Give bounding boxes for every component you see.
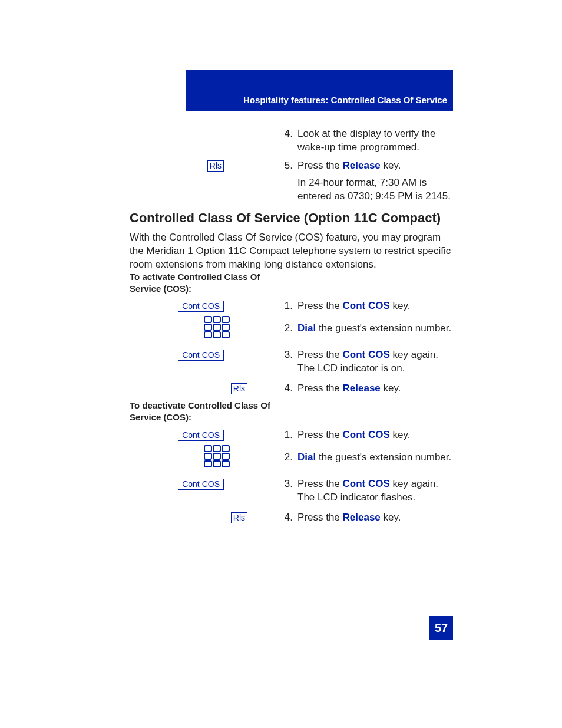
step-prefix: Press the <box>297 160 343 171</box>
activate-step-3: 3. Press the Cont COS key again. The LCD… <box>280 348 453 378</box>
step-text: Press the Cont COS key. <box>297 429 453 442</box>
step-suffix: key. <box>381 383 401 394</box>
step-text: Press the Cont COS key. <box>297 299 453 313</box>
key-name: Release <box>343 160 381 171</box>
step-number: 2. <box>280 451 297 465</box>
cont-cos-key-3: Cont COS <box>118 429 224 442</box>
step-text: Press the Release key. <box>297 511 453 525</box>
step-suffix: key. <box>390 300 411 311</box>
rls-key-3: Rls <box>141 511 247 525</box>
cont-cos-key-icon: Cont COS <box>178 350 224 361</box>
activate-title: To activate Controlled Class Of Service … <box>130 271 283 295</box>
step-text: Press the Cont COS key again. The LCD in… <box>297 477 453 505</box>
page: Hospitality features: Controlled Class O… <box>0 0 562 728</box>
step-prefix: Press the <box>297 512 343 523</box>
deactivate-step-3: 3. Press the Cont COS key again. The LCD… <box>280 477 453 507</box>
rls-key-icon: Rls <box>207 160 224 172</box>
key-name: Cont COS <box>343 349 390 360</box>
rls-key-icon: Rls <box>231 383 247 394</box>
step-number: 3. <box>280 348 297 362</box>
step-prefix: Press the <box>297 349 343 360</box>
step-number: 1. <box>280 299 297 313</box>
step-suffix: the guest's extension number. <box>316 322 451 334</box>
header-caption: Hospitality features: Controlled Class O… <box>243 94 447 106</box>
cont-cos-key-1: Cont COS <box>118 299 224 313</box>
step-text: Dial the guest's extension number. <box>297 451 453 465</box>
time-format-note: In 24-hour format, 7:30 AM is entered as… <box>280 176 453 203</box>
step-number: 5. <box>280 159 297 173</box>
cont-cos-key-4: Cont COS <box>118 477 224 491</box>
step-prefix: Press the <box>297 429 343 440</box>
page-number: 57 <box>429 616 453 640</box>
cont-cos-key-icon: Cont COS <box>178 430 224 441</box>
deactivate-title: To deactivate Controlled Class Of Servic… <box>130 400 283 424</box>
step-number: 4. <box>280 382 297 396</box>
step-suffix: key. <box>381 512 401 523</box>
activate-step-2: 2. Dial the guest's extension number. <box>280 322 453 338</box>
key-name: Cont COS <box>343 478 390 489</box>
activate-step-4: 4. Press the Release key. <box>280 382 453 398</box>
key-name: Dial <box>297 452 316 463</box>
key-name: Cont COS <box>343 300 390 311</box>
top-step-5: 5. Press the Release key. In 24-hour for… <box>280 159 453 203</box>
key-name: Cont COS <box>343 429 390 440</box>
cont-cos-key-icon: Cont COS <box>178 479 224 490</box>
step-text: Press the Cont COS key again. The LCD in… <box>297 348 453 375</box>
step-suffix: key. <box>390 429 411 440</box>
section-heading: Controlled Class Of Service (Option 11C … <box>130 209 453 229</box>
key-name: Release <box>343 383 381 394</box>
deactivate-step-1: 1. Press the Cont COS key. <box>280 429 453 444</box>
header-band: Hospitality features: Controlled Class O… <box>186 70 453 111</box>
step-number: 1. <box>280 429 297 442</box>
step-number: 2. <box>280 322 297 335</box>
cont-cos-key-2: Cont COS <box>118 348 224 362</box>
step-suffix: the guest's extension number. <box>316 452 451 463</box>
top-step-4: 4. Look at the display to verify the wak… <box>280 127 453 157</box>
cont-cos-key-icon: Cont COS <box>178 301 224 312</box>
deactivate-step-2: 2. Dial the guest's extension number. <box>280 451 453 467</box>
step-number: 4. <box>280 511 297 525</box>
step-prefix: Press the <box>297 300 343 311</box>
rls-key-icon: Rls <box>231 512 247 523</box>
key-name: Dial <box>297 322 316 334</box>
step-number: 4. <box>280 127 297 141</box>
keypad-icon-1 <box>124 316 230 343</box>
rls-key-2: Rls <box>141 382 247 396</box>
step-suffix: key. <box>381 160 401 171</box>
step-text: Dial the guest's extension number. <box>297 322 453 335</box>
step-text: Press the Release key. <box>297 159 453 173</box>
step-prefix: Press the <box>297 383 343 394</box>
keypad-icon-2 <box>124 445 230 472</box>
step-text: Look at the display to verify the wake-u… <box>297 127 453 154</box>
step-number: 3. <box>280 477 297 491</box>
deactivate-step-4: 4. Press the Release key. <box>280 511 453 527</box>
step-prefix: Press the <box>297 478 343 489</box>
activate-step-1: 1. Press the Cont COS key. <box>280 299 453 315</box>
section-intro: With the Controlled Class Of Service (CO… <box>130 231 453 272</box>
key-name: Release <box>343 512 381 523</box>
rls-key-1: Rls <box>118 159 224 173</box>
step-text: Press the Release key. <box>297 382 453 396</box>
